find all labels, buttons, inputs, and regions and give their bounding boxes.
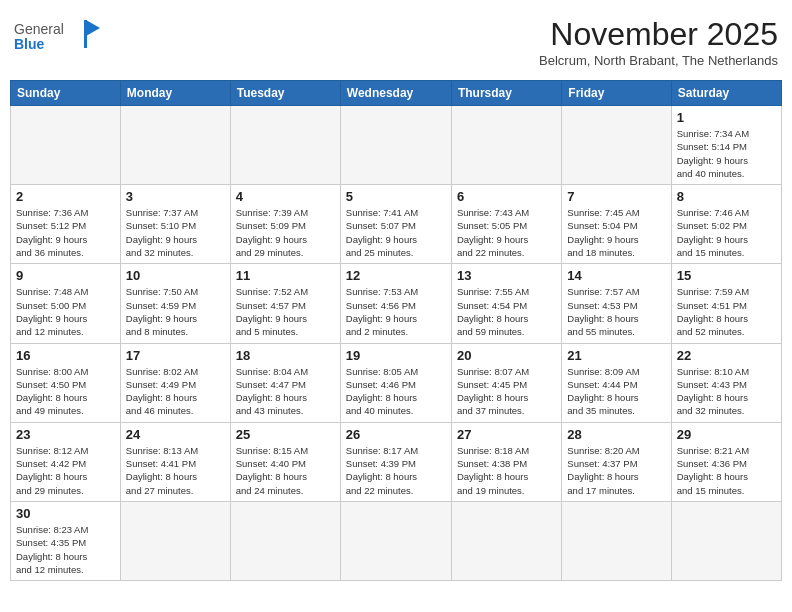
calendar-cell: 7Sunrise: 7:45 AM Sunset: 5:04 PM Daylig… xyxy=(562,185,671,264)
day-number: 7 xyxy=(567,189,665,204)
day-info: Sunrise: 8:13 AM Sunset: 4:41 PM Dayligh… xyxy=(126,444,225,497)
calendar-cell: 6Sunrise: 7:43 AM Sunset: 5:05 PM Daylig… xyxy=(451,185,561,264)
calendar-cell xyxy=(230,501,340,580)
day-number: 20 xyxy=(457,348,556,363)
day-info: Sunrise: 8:09 AM Sunset: 4:44 PM Dayligh… xyxy=(567,365,665,418)
day-info: Sunrise: 7:43 AM Sunset: 5:05 PM Dayligh… xyxy=(457,206,556,259)
calendar-cell: 8Sunrise: 7:46 AM Sunset: 5:02 PM Daylig… xyxy=(671,185,781,264)
day-number: 4 xyxy=(236,189,335,204)
day-info: Sunrise: 8:10 AM Sunset: 4:43 PM Dayligh… xyxy=(677,365,776,418)
calendar-cell: 5Sunrise: 7:41 AM Sunset: 5:07 PM Daylig… xyxy=(340,185,451,264)
calendar-cell: 20Sunrise: 8:07 AM Sunset: 4:45 PM Dayli… xyxy=(451,343,561,422)
calendar-cell: 25Sunrise: 8:15 AM Sunset: 4:40 PM Dayli… xyxy=(230,422,340,501)
day-info: Sunrise: 8:05 AM Sunset: 4:46 PM Dayligh… xyxy=(346,365,446,418)
calendar-week-row: 9Sunrise: 7:48 AM Sunset: 5:00 PM Daylig… xyxy=(11,264,782,343)
day-number: 13 xyxy=(457,268,556,283)
calendar-cell: 30Sunrise: 8:23 AM Sunset: 4:35 PM Dayli… xyxy=(11,501,121,580)
day-number: 5 xyxy=(346,189,446,204)
day-number: 27 xyxy=(457,427,556,442)
calendar-cell: 24Sunrise: 8:13 AM Sunset: 4:41 PM Dayli… xyxy=(120,422,230,501)
calendar-cell xyxy=(120,501,230,580)
header: General Blue November 2025 Belcrum, Nort… xyxy=(10,10,782,74)
day-info: Sunrise: 7:46 AM Sunset: 5:02 PM Dayligh… xyxy=(677,206,776,259)
calendar-cell: 19Sunrise: 8:05 AM Sunset: 4:46 PM Dayli… xyxy=(340,343,451,422)
calendar-cell: 13Sunrise: 7:55 AM Sunset: 4:54 PM Dayli… xyxy=(451,264,561,343)
day-number: 1 xyxy=(677,110,776,125)
day-info: Sunrise: 7:39 AM Sunset: 5:09 PM Dayligh… xyxy=(236,206,335,259)
calendar-cell: 26Sunrise: 8:17 AM Sunset: 4:39 PM Dayli… xyxy=(340,422,451,501)
calendar-cell: 18Sunrise: 8:04 AM Sunset: 4:47 PM Dayli… xyxy=(230,343,340,422)
weekday-header-wednesday: Wednesday xyxy=(340,81,451,106)
day-number: 19 xyxy=(346,348,446,363)
calendar-cell xyxy=(451,501,561,580)
calendar-cell xyxy=(340,501,451,580)
day-info: Sunrise: 8:20 AM Sunset: 4:37 PM Dayligh… xyxy=(567,444,665,497)
day-number: 12 xyxy=(346,268,446,283)
month-title: November 2025 xyxy=(539,16,778,53)
weekday-header-monday: Monday xyxy=(120,81,230,106)
svg-text:General: General xyxy=(14,21,64,37)
calendar-week-row: 30Sunrise: 8:23 AM Sunset: 4:35 PM Dayli… xyxy=(11,501,782,580)
day-number: 23 xyxy=(16,427,115,442)
calendar-cell: 12Sunrise: 7:53 AM Sunset: 4:56 PM Dayli… xyxy=(340,264,451,343)
calendar-week-row: 2Sunrise: 7:36 AM Sunset: 5:12 PM Daylig… xyxy=(11,185,782,264)
day-number: 3 xyxy=(126,189,225,204)
day-info: Sunrise: 7:48 AM Sunset: 5:00 PM Dayligh… xyxy=(16,285,115,338)
day-info: Sunrise: 7:34 AM Sunset: 5:14 PM Dayligh… xyxy=(677,127,776,180)
day-info: Sunrise: 8:18 AM Sunset: 4:38 PM Dayligh… xyxy=(457,444,556,497)
day-info: Sunrise: 7:52 AM Sunset: 4:57 PM Dayligh… xyxy=(236,285,335,338)
calendar-cell xyxy=(671,501,781,580)
day-info: Sunrise: 7:53 AM Sunset: 4:56 PM Dayligh… xyxy=(346,285,446,338)
day-info: Sunrise: 7:55 AM Sunset: 4:54 PM Dayligh… xyxy=(457,285,556,338)
calendar-cell: 10Sunrise: 7:50 AM Sunset: 4:59 PM Dayli… xyxy=(120,264,230,343)
day-number: 8 xyxy=(677,189,776,204)
calendar-cell: 29Sunrise: 8:21 AM Sunset: 4:36 PM Dayli… xyxy=(671,422,781,501)
svg-rect-3 xyxy=(84,20,87,48)
svg-text:Blue: Blue xyxy=(14,36,45,52)
day-number: 11 xyxy=(236,268,335,283)
day-number: 21 xyxy=(567,348,665,363)
day-info: Sunrise: 8:21 AM Sunset: 4:36 PM Dayligh… xyxy=(677,444,776,497)
day-info: Sunrise: 7:37 AM Sunset: 5:10 PM Dayligh… xyxy=(126,206,225,259)
subtitle: Belcrum, North Brabant, The Netherlands xyxy=(539,53,778,68)
day-number: 16 xyxy=(16,348,115,363)
day-info: Sunrise: 8:00 AM Sunset: 4:50 PM Dayligh… xyxy=(16,365,115,418)
day-info: Sunrise: 8:02 AM Sunset: 4:49 PM Dayligh… xyxy=(126,365,225,418)
day-number: 18 xyxy=(236,348,335,363)
calendar-cell: 11Sunrise: 7:52 AM Sunset: 4:57 PM Dayli… xyxy=(230,264,340,343)
svg-marker-2 xyxy=(86,20,100,36)
title-area: November 2025 Belcrum, North Brabant, Th… xyxy=(539,16,778,68)
calendar-cell xyxy=(230,106,340,185)
day-info: Sunrise: 8:04 AM Sunset: 4:47 PM Dayligh… xyxy=(236,365,335,418)
day-info: Sunrise: 8:15 AM Sunset: 4:40 PM Dayligh… xyxy=(236,444,335,497)
day-info: Sunrise: 7:41 AM Sunset: 5:07 PM Dayligh… xyxy=(346,206,446,259)
calendar-cell xyxy=(11,106,121,185)
day-number: 24 xyxy=(126,427,225,442)
calendar-week-row: 16Sunrise: 8:00 AM Sunset: 4:50 PM Dayli… xyxy=(11,343,782,422)
weekday-header-row: SundayMondayTuesdayWednesdayThursdayFrid… xyxy=(11,81,782,106)
calendar-cell: 14Sunrise: 7:57 AM Sunset: 4:53 PM Dayli… xyxy=(562,264,671,343)
calendar-cell: 17Sunrise: 8:02 AM Sunset: 4:49 PM Dayli… xyxy=(120,343,230,422)
day-number: 2 xyxy=(16,189,115,204)
calendar-cell: 4Sunrise: 7:39 AM Sunset: 5:09 PM Daylig… xyxy=(230,185,340,264)
calendar-cell xyxy=(562,501,671,580)
day-info: Sunrise: 7:36 AM Sunset: 5:12 PM Dayligh… xyxy=(16,206,115,259)
calendar-cell xyxy=(562,106,671,185)
day-info: Sunrise: 8:07 AM Sunset: 4:45 PM Dayligh… xyxy=(457,365,556,418)
calendar-week-row: 23Sunrise: 8:12 AM Sunset: 4:42 PM Dayli… xyxy=(11,422,782,501)
day-info: Sunrise: 7:59 AM Sunset: 4:51 PM Dayligh… xyxy=(677,285,776,338)
day-number: 26 xyxy=(346,427,446,442)
calendar-cell xyxy=(340,106,451,185)
day-number: 6 xyxy=(457,189,556,204)
calendar-cell: 21Sunrise: 8:09 AM Sunset: 4:44 PM Dayli… xyxy=(562,343,671,422)
logo: General Blue xyxy=(14,16,104,56)
calendar-week-row: 1Sunrise: 7:34 AM Sunset: 5:14 PM Daylig… xyxy=(11,106,782,185)
day-info: Sunrise: 8:23 AM Sunset: 4:35 PM Dayligh… xyxy=(16,523,115,576)
day-info: Sunrise: 8:17 AM Sunset: 4:39 PM Dayligh… xyxy=(346,444,446,497)
calendar-cell: 9Sunrise: 7:48 AM Sunset: 5:00 PM Daylig… xyxy=(11,264,121,343)
day-number: 28 xyxy=(567,427,665,442)
day-number: 17 xyxy=(126,348,225,363)
calendar-cell: 27Sunrise: 8:18 AM Sunset: 4:38 PM Dayli… xyxy=(451,422,561,501)
day-info: Sunrise: 7:50 AM Sunset: 4:59 PM Dayligh… xyxy=(126,285,225,338)
calendar-cell xyxy=(451,106,561,185)
